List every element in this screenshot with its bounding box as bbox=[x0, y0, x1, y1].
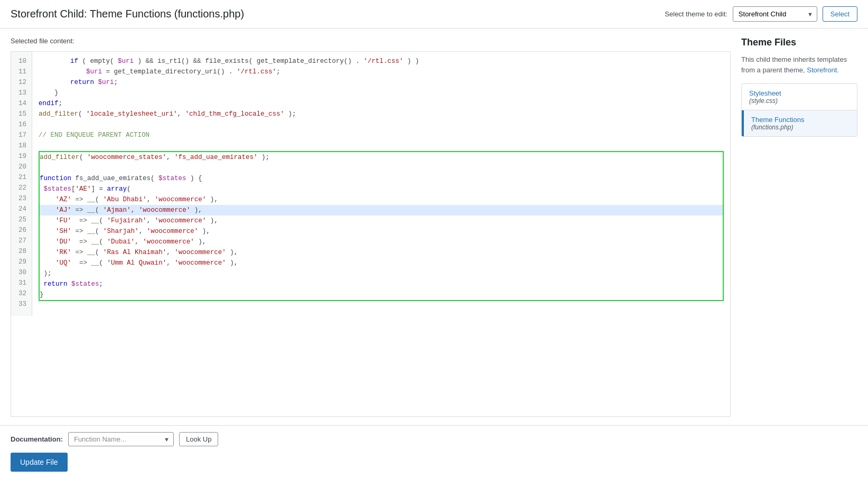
sidebar-description: This child theme inherits templates from… bbox=[741, 54, 857, 75]
code-line-13: } bbox=[39, 88, 724, 98]
code-line-19: add_filter( 'woocommerce_states', 'fs_ad… bbox=[40, 152, 723, 163]
doc-select[interactable]: Function Name... bbox=[68, 432, 174, 446]
line-number-28: 28 bbox=[15, 246, 26, 257]
code-line-23: 'AZ' => __( 'Abu Dhabi', 'woocommerce' )… bbox=[40, 194, 723, 205]
page-title: Storefront Child: Theme Functions (funct… bbox=[11, 8, 244, 20]
line-number-24: 24 bbox=[15, 204, 26, 214]
sidebar-item-stylesheet[interactable]: Stylesheet (style.css) bbox=[742, 84, 857, 110]
line-number-10: 10 bbox=[15, 56, 26, 67]
select-theme-label: Select theme to edit: bbox=[665, 10, 727, 18]
sidebar-title: Theme Files bbox=[741, 37, 857, 48]
line-number-33: 33 bbox=[15, 299, 26, 310]
line-number-30: 30 bbox=[15, 267, 26, 278]
code-line-33 bbox=[39, 301, 724, 312]
code-line-24: 'AJ' => __( 'Ajman', 'woocommerce' ), bbox=[40, 205, 723, 215]
code-line-29: 'UQ' => __( 'Umm Al Quwain', 'woocommerc… bbox=[40, 258, 723, 268]
line-number-19: 19 bbox=[15, 151, 26, 162]
line-number-25: 25 bbox=[15, 214, 26, 225]
doc-label: Documentation: bbox=[11, 435, 63, 443]
line-number-26: 26 bbox=[15, 225, 26, 236]
theme-select[interactable]: Storefront Child Storefront bbox=[733, 6, 817, 22]
code-line-21: function fs_add_uae_emirates( $states ) … bbox=[40, 173, 723, 184]
top-bar: Storefront Child: Theme Functions (funct… bbox=[0, 0, 868, 29]
bottom-bar: Documentation: Function Name... ▼ Look U… bbox=[0, 425, 868, 478]
sidebar-item-theme-functions[interactable]: Theme Functions (functions.php) bbox=[742, 110, 857, 136]
code-line-26: 'SH' => __( 'Sharjah', 'woocommerce' ), bbox=[40, 226, 723, 237]
select-button[interactable]: Select bbox=[823, 6, 857, 22]
code-editor[interactable]: 1011121314151617181920212223242526272829… bbox=[11, 52, 730, 316]
line-number-31: 31 bbox=[15, 278, 26, 288]
code-line-14: endif; bbox=[39, 98, 724, 109]
doc-select-wrapper: Function Name... ▼ bbox=[68, 432, 174, 446]
code-line-22: $states['AE'] = array( bbox=[40, 184, 723, 194]
code-editor-wrapper: 1011121314151617181920212223242526272829… bbox=[11, 51, 731, 417]
line-number-12: 12 bbox=[15, 77, 26, 88]
code-line-30: ); bbox=[40, 268, 723, 279]
line-number-21: 21 bbox=[15, 172, 26, 183]
update-file-button[interactable]: Update File bbox=[11, 453, 68, 472]
line-number-14: 14 bbox=[15, 98, 26, 109]
top-bar-controls: Select theme to edit: Storefront Child S… bbox=[665, 6, 857, 22]
code-line-12: return $uri; bbox=[39, 77, 724, 88]
lookup-button[interactable]: Look Up bbox=[179, 432, 218, 446]
code-line-10: if ( empty( $uri ) && is_rtl() && file_e… bbox=[39, 56, 724, 67]
green-block: add_filter( 'woocommerce_states', 'fs_ad… bbox=[39, 151, 724, 301]
code-line-31: return $states; bbox=[40, 279, 723, 289]
theme-functions-name: Theme Functions bbox=[751, 116, 850, 124]
main-panel: Selected file content: 10111213141516171… bbox=[11, 37, 731, 417]
code-line-28: 'RK' => __( 'Ras Al Khaimah', 'woocommer… bbox=[40, 247, 723, 258]
line-number-20: 20 bbox=[15, 162, 26, 172]
line-number-32: 32 bbox=[15, 288, 26, 299]
code-line-18 bbox=[39, 140, 724, 151]
theme-select-wrapper: Storefront Child Storefront ▼ bbox=[733, 6, 817, 22]
code-line-17: // END ENQUEUE PARENT ACTION bbox=[39, 130, 724, 140]
documentation-row: Documentation: Function Name... ▼ Look U… bbox=[11, 432, 857, 446]
content-area: Selected file content: 10111213141516171… bbox=[0, 29, 868, 425]
code-content[interactable]: if ( empty( $uri ) && is_rtl() && file_e… bbox=[32, 52, 730, 316]
code-line-32: } bbox=[40, 289, 723, 300]
line-number-11: 11 bbox=[15, 67, 26, 77]
code-line-16 bbox=[39, 119, 724, 130]
code-line-11: $uri = get_template_directory_uri() . '/… bbox=[39, 67, 724, 77]
line-numbers: 1011121314151617181920212223242526272829… bbox=[11, 52, 32, 316]
stylesheet-sub: (style.css) bbox=[749, 97, 850, 105]
code-line-15: add_filter( 'locale_stylesheet_uri', 'ch… bbox=[39, 109, 724, 119]
line-number-16: 16 bbox=[15, 119, 26, 130]
code-line-20 bbox=[40, 163, 723, 173]
line-number-29: 29 bbox=[15, 257, 26, 267]
line-number-23: 23 bbox=[15, 193, 26, 204]
storefront-link[interactable]: Storefront. bbox=[807, 66, 839, 74]
stylesheet-name: Stylesheet bbox=[749, 89, 850, 97]
sidebar-files: Stylesheet (style.css) Theme Functions (… bbox=[741, 83, 857, 137]
line-number-18: 18 bbox=[15, 140, 26, 151]
line-number-17: 17 bbox=[15, 130, 26, 140]
code-line-25: 'FU' => __( 'Fujairah', 'woocommerce' ), bbox=[40, 215, 723, 226]
line-number-22: 22 bbox=[15, 183, 26, 193]
file-label: Selected file content: bbox=[11, 37, 731, 45]
theme-functions-sub: (functions.php) bbox=[751, 124, 850, 131]
line-number-13: 13 bbox=[15, 88, 26, 98]
sidebar: Theme Files This child theme inherits te… bbox=[741, 37, 857, 417]
line-number-15: 15 bbox=[15, 109, 26, 119]
line-number-27: 27 bbox=[15, 236, 26, 246]
code-line-27: 'DU' => __( 'Dubai', 'woocommerce' ), bbox=[40, 237, 723, 247]
